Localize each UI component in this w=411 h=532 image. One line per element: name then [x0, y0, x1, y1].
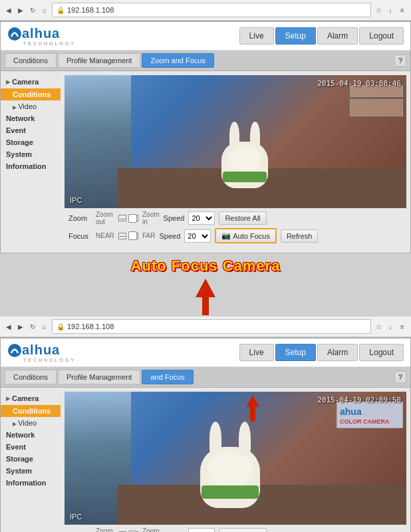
bunny-1 — [221, 122, 268, 188]
browser-chrome-2: ◀ ▶ ↻ ⌂ 🔒 192.168.1.108 ☆ ↓ ≡ — [0, 317, 411, 338]
sidebar-arrow-camera-1: ▶ — [6, 79, 10, 85]
reload-icon[interactable]: ↻ — [28, 5, 37, 15]
video-container-1: 2015-04-19 03:08:46 IPC — [65, 75, 406, 208]
zoom-in-label-2: Zoomin — [142, 527, 160, 532]
annotation-section: Auto Focus Camera — [0, 253, 411, 277]
refresh-btn-1[interactable]: Refresh — [281, 229, 319, 243]
settings-icon[interactable]: ≡ — [398, 5, 407, 15]
help-btn-2[interactable]: ? — [394, 371, 406, 383]
browser-toolbar-2: ◀ ▶ ↻ ⌂ 🔒 192.168.1.108 ☆ ↓ ≡ — [0, 317, 411, 337]
svg-point-0 — [8, 27, 21, 41]
nav-forward-icon[interactable]: ▶ — [16, 5, 25, 15]
sidebar-item-video-1[interactable]: ▶ Video — [1, 100, 61, 112]
tab-zoom-focus-2[interactable]: and Focus — [142, 370, 193, 384]
bunny-scarf-1 — [223, 172, 267, 182]
nav-logout-btn-2[interactable]: Logout — [359, 344, 404, 361]
focus-label-1: Focus — [68, 232, 92, 240]
reload-icon-2[interactable]: ↻ — [28, 322, 37, 331]
sidebar-item-video-2[interactable]: ▶ Video — [1, 417, 61, 429]
sidebar-item-event-2[interactable]: Event — [1, 441, 61, 453]
video-timestamp-2: 2015-04-19 02:09:50 — [317, 396, 401, 404]
nav-logout-btn[interactable]: Logout — [359, 27, 404, 45]
arrow-container — [0, 277, 411, 317]
nav-live-btn[interactable]: Live — [239, 27, 274, 45]
bunny-2 — [200, 422, 260, 508]
tab-profile-mgmt-2[interactable]: Profile Management — [58, 370, 140, 384]
address-bar-2[interactable]: 🔒 192.168.1.108 — [52, 319, 371, 334]
help-btn-1[interactable]: ? — [394, 55, 406, 66]
address-bar-1[interactable]: 🔒 192.168.1.108 — [52, 3, 371, 17]
sidebar-item-storage-1[interactable]: Storage — [1, 136, 61, 148]
sidebar-item-storage-2[interactable]: Storage — [1, 453, 61, 465]
video-bg-1 — [65, 75, 406, 208]
focus-slider-thumb-1[interactable] — [128, 231, 137, 240]
bunny-face-1 — [228, 145, 261, 173]
focus-slider-box-1: — — — [118, 233, 138, 239]
nav-forward-icon-2[interactable]: ▶ — [16, 322, 25, 331]
nav-tabs-2: Live Setup Alarm Logout — [239, 344, 404, 361]
sidebar-item-system-1[interactable]: System — [1, 148, 61, 160]
svg-point-2 — [8, 344, 21, 357]
bookmark-icon-2[interactable]: ☆ — [374, 322, 383, 331]
sidebar-2: ▶ Camera Conditions ▶ Video Network Even… — [1, 388, 61, 532]
sidebar-header-camera-2[interactable]: ▶ Camera — [1, 392, 61, 405]
sidebar-item-event-1[interactable]: Event — [1, 124, 61, 136]
nav-back-icon-2[interactable]: ◀ — [4, 322, 13, 331]
sidebar-item-information-1[interactable]: Information — [1, 160, 61, 172]
browser-chrome-1: ◀ ▶ ↻ ⌂ 🔒 192.168.1.108 ☆ ↓ ≡ — [0, 0, 411, 21]
zoom-out-label-1: Zoomout — [96, 211, 114, 225]
content-area-2: ▶ Camera Conditions ▶ Video Network Even… — [1, 388, 410, 532]
red-arrow-svg — [189, 279, 222, 315]
box-item-2 — [350, 99, 403, 116]
in-video-arrow — [243, 395, 263, 422]
zoom-slider-thumb-1[interactable] — [128, 214, 137, 223]
zoom-speed-select-1[interactable]: 20105 — [188, 211, 215, 225]
home-icon-2[interactable]: ⌂ — [40, 322, 49, 331]
bookmark-icon[interactable]: ☆ — [374, 5, 383, 15]
focus-speed-select-1[interactable]: 20105 — [184, 229, 211, 243]
home-icon[interactable]: ⌂ — [40, 5, 49, 15]
sidebar-item-network-2[interactable]: Network — [1, 429, 61, 441]
auto-focus-label-1: Auto Focus — [233, 232, 270, 240]
download-icon[interactable]: ↓ — [386, 5, 395, 15]
camera-icon-af-1: 📷 — [221, 231, 231, 240]
tab-conditions-2[interactable]: Conditions — [5, 370, 57, 384]
settings-icon-2[interactable]: ≡ — [398, 322, 407, 331]
logo-icon — [7, 27, 22, 41]
nav-live-btn-2[interactable]: Live — [239, 344, 274, 361]
sidebar-item-network-1[interactable]: Network — [1, 112, 61, 124]
near-label-1: NEAR — [96, 232, 114, 239]
bunny-scarf-2 — [202, 485, 259, 499]
download-icon-2[interactable]: ↓ — [386, 322, 395, 331]
video-label-1: IPC — [70, 196, 82, 204]
sidebar-header-camera-1[interactable]: ▶ Camera — [1, 75, 61, 88]
speed-label2-1: Speed — [159, 232, 180, 240]
address-text-2: 192.168.1.108 — [67, 323, 114, 331]
sidebar-item-conditions-1[interactable]: Conditions — [1, 88, 61, 100]
logo-text-2: alhua — [22, 342, 60, 358]
auto-focus-btn-1[interactable]: 📷 Auto Focus — [215, 228, 277, 243]
zoom-control-row-1: Zoom Zoomout — — Zoomin Speed 20105 Res — [68, 211, 402, 225]
sidebar-item-conditions-2[interactable]: Conditions — [1, 405, 61, 417]
nav-setup-btn-2[interactable]: Setup — [275, 344, 316, 361]
tab-zoom-focus-1[interactable]: Zoom and Focus — [142, 53, 214, 68]
zoom-out-label-2: Zoomout — [96, 527, 114, 532]
tab-profile-mgmt-1[interactable]: Profile Management — [58, 53, 140, 68]
camera-feed-1: 2015-04-19 03:08:46 IPC Zoom Zoomout — —… — [61, 71, 410, 253]
logo-sub-2: TECHNOLOGY — [23, 358, 76, 362]
sidebar-arrow-camera-2: ▶ — [6, 396, 10, 402]
nav-alarm-btn[interactable]: Alarm — [317, 27, 358, 45]
focus-slider-left-1: — — [118, 233, 126, 239]
restore-all-btn-2[interactable]: Restore All — [219, 528, 266, 532]
nav-back-icon[interactable]: ◀ — [4, 5, 13, 15]
sidebar-item-information-2[interactable]: Information — [1, 477, 61, 489]
sidebar-label-camera-2: Camera — [12, 394, 39, 402]
zoom-control-row-2: Zoom Zoomout — — Zoomin Speed 20105 Res — [68, 527, 402, 532]
sidebar-item-system-2[interactable]: System — [1, 465, 61, 477]
zoom-speed-select-2[interactable]: 20105 — [188, 528, 215, 532]
tab-conditions-1[interactable]: Conditions — [5, 53, 57, 68]
restore-all-btn-1[interactable]: Restore All — [219, 211, 266, 225]
nav-setup-btn[interactable]: Setup — [275, 27, 316, 45]
nav-alarm-btn-2[interactable]: Alarm — [317, 344, 358, 361]
arrow-in-video-2 — [243, 395, 263, 424]
